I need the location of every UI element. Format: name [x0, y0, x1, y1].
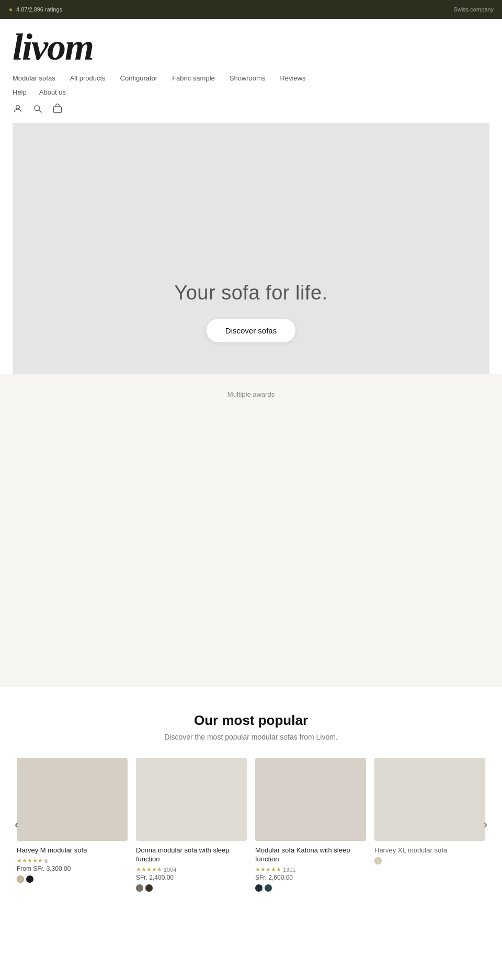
product-rating-harvey-m: ★★★★★ 6: [17, 857, 128, 865]
product-price-katrina: SFr. 2,600.00: [255, 874, 366, 881]
swiss-label: Swiss company: [454, 6, 494, 13]
product-colors-katrina: [255, 884, 366, 892]
header: livom Modular sofas All products Configu…: [0, 19, 502, 123]
product-img-harvey-xl: [374, 758, 485, 841]
rating-text: 4.87/2,896 ratings: [16, 6, 62, 13]
hero-title: Your sofa for life.: [174, 282, 327, 304]
nav-help[interactable]: Help: [13, 86, 27, 98]
color-dot[interactable]: [265, 884, 272, 892]
nav-fabric-sample[interactable]: Fabric sample: [172, 72, 215, 84]
product-name-harvey-m: Harvey M modular sofa: [17, 846, 128, 855]
popular-title: Our most popular: [13, 712, 489, 729]
product-stars-harvey-m: ★★★★★: [17, 857, 43, 864]
product-rating-donna: ★★★★★ 1004: [136, 866, 247, 874]
hero-section: Your sofa for life. Discover sofas: [13, 123, 489, 374]
awards-label: Multiple awards: [13, 390, 489, 398]
top-banner: ★ 4.87/2,896 ratings Swiss company: [0, 0, 502, 19]
color-dot[interactable]: [255, 884, 263, 892]
svg-line-2: [39, 110, 42, 113]
product-rating-katrina: ★★★★★ 1301: [255, 866, 366, 874]
rating-stars-icon: ★: [8, 7, 13, 13]
hero-wrapper: Your sofa for life. Discover sofas: [0, 123, 502, 374]
carousel-right-arrow[interactable]: ›: [480, 814, 489, 836]
nav-configurator[interactable]: Configurator: [120, 72, 158, 84]
product-name-katrina: Modular sofa Katrina with sleep function: [255, 846, 366, 864]
nav-icons: [13, 103, 489, 123]
product-colors-harvey-m: [17, 875, 128, 883]
cart-icon[interactable]: [52, 103, 63, 117]
product-colors-donna: [136, 884, 247, 892]
logo[interactable]: livom: [13, 28, 489, 66]
search-icon[interactable]: [32, 103, 43, 117]
nav-all-products[interactable]: All products: [70, 72, 106, 84]
product-count-katrina: 1301: [283, 867, 295, 873]
nav-showrooms[interactable]: Showrooms: [230, 72, 266, 84]
color-dot[interactable]: [145, 884, 153, 892]
product-name-donna: Donna modular sofa with sleep function: [136, 846, 247, 864]
carousel-left-arrow[interactable]: ‹: [13, 814, 22, 836]
nav-row-secondary: Help About us: [13, 86, 489, 98]
awards-visual: [13, 407, 489, 668]
product-img-harvey-m: [17, 758, 128, 841]
primary-nav: Modular sofas All products Configurator …: [13, 72, 489, 98]
svg-rect-3: [54, 107, 62, 113]
discover-sofas-button[interactable]: Discover sofas: [207, 319, 295, 342]
products-row: Harvey M modular sofa ★★★★★ 6 From SFr. …: [13, 758, 489, 892]
product-img-donna: [136, 758, 247, 841]
product-card-harvey-m[interactable]: Harvey M modular sofa ★★★★★ 6 From SFr. …: [13, 758, 132, 892]
color-dot[interactable]: [26, 875, 33, 883]
product-price-harvey-m: From SFr. 3,300.00: [17, 865, 128, 872]
color-dot[interactable]: [374, 857, 382, 864]
product-name-harvey-xl: Harvey XL modular sofa: [374, 846, 485, 855]
svg-point-1: [35, 106, 40, 111]
product-stars-katrina: ★★★★★: [255, 866, 281, 873]
product-img-katrina: [255, 758, 366, 841]
svg-point-0: [16, 105, 20, 109]
color-dot[interactable]: [17, 875, 24, 883]
product-card-donna[interactable]: Donna modular sofa with sleep function ★…: [132, 758, 251, 892]
products-carousel: ‹ Harvey M modular sofa ★★★★★ 6 From SFr…: [13, 758, 489, 892]
nav-reviews[interactable]: Reviews: [280, 72, 305, 84]
popular-subtitle: Discover the most popular modular sofas …: [13, 733, 489, 741]
nav-modular-sofas[interactable]: Modular sofas: [13, 72, 55, 84]
product-count-donna: 1004: [164, 867, 176, 873]
nav-about-us[interactable]: About us: [39, 86, 66, 98]
product-price-donna: SFr. 2,400.00: [136, 874, 247, 881]
product-colors-harvey-xl: [374, 857, 485, 864]
account-icon[interactable]: [13, 103, 23, 117]
product-count-harvey-m: 6: [44, 858, 48, 864]
nav-row-primary: Modular sofas All products Configurator …: [13, 72, 489, 84]
color-dot[interactable]: [136, 884, 143, 892]
product-card-harvey-xl[interactable]: Harvey XL modular sofa: [370, 758, 489, 892]
awards-section: Multiple awards: [0, 374, 502, 687]
product-card-katrina[interactable]: Modular sofa Katrina with sleep function…: [251, 758, 370, 892]
product-stars-donna: ★★★★★: [136, 866, 162, 873]
popular-section: Our most popular Discover the most popul…: [0, 687, 502, 908]
